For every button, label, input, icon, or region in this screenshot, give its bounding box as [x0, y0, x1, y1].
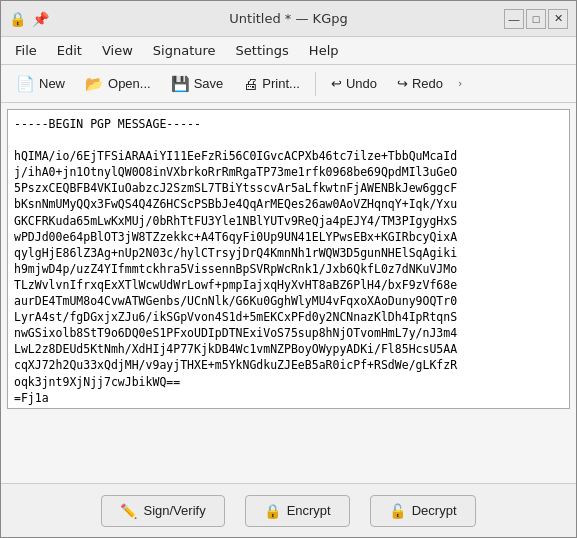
toolbar-separator	[315, 72, 316, 96]
new-icon: 📄	[16, 75, 35, 93]
save-button[interactable]: 💾 Save	[162, 70, 233, 98]
save-icon: 💾	[171, 75, 190, 93]
redo-icon: ↪	[397, 76, 408, 91]
decrypt-icon: 🔓	[389, 503, 406, 519]
print-label: Print...	[262, 76, 300, 91]
menu-file[interactable]: File	[5, 39, 47, 62]
titlebar-left-icons: 🔒 📌	[9, 11, 49, 27]
redo-label: Redo	[412, 76, 443, 91]
toolbar: 📄 New 📂 Open... 💾 Save 🖨 Print... ↩ Undo…	[1, 65, 576, 103]
encrypt-button[interactable]: 🔒 Encrypt	[245, 495, 350, 527]
maximize-button[interactable]: □	[526, 9, 546, 29]
new-button[interactable]: 📄 New	[7, 70, 74, 98]
action-bar: ✏️ Sign/Verify 🔒 Encrypt 🔓 Decrypt	[1, 483, 576, 537]
decrypt-button[interactable]: 🔓 Decrypt	[370, 495, 476, 527]
print-button[interactable]: 🖨 Print...	[234, 70, 309, 97]
pgp-text-editor[interactable]	[7, 109, 570, 409]
content-area	[1, 103, 576, 483]
sign-verify-button[interactable]: ✏️ Sign/Verify	[101, 495, 224, 527]
undo-icon: ↩	[331, 76, 342, 91]
toolbar-more-arrow[interactable]: ›	[454, 73, 466, 94]
pin-icon: 📌	[32, 11, 49, 27]
window-title: Untitled * — KGpg	[229, 11, 347, 26]
main-window: 🔒 📌 Untitled * — KGpg — □ ✕ File Edit Vi…	[0, 0, 577, 538]
open-label: Open...	[108, 76, 151, 91]
open-icon: 📂	[85, 75, 104, 93]
save-label: Save	[194, 76, 224, 91]
print-icon: 🖨	[243, 75, 258, 92]
open-button[interactable]: 📂 Open...	[76, 70, 160, 98]
encrypt-icon: 🔒	[264, 503, 281, 519]
menu-signature[interactable]: Signature	[143, 39, 226, 62]
undo-button[interactable]: ↩ Undo	[322, 71, 386, 96]
menu-help[interactable]: Help	[299, 39, 349, 62]
menubar: File Edit View Signature Settings Help	[1, 37, 576, 65]
encrypt-label: Encrypt	[287, 503, 331, 518]
redo-button[interactable]: ↪ Redo	[388, 71, 452, 96]
undo-label: Undo	[346, 76, 377, 91]
close-button[interactable]: ✕	[548, 9, 568, 29]
titlebar: 🔒 📌 Untitled * — KGpg — □ ✕	[1, 1, 576, 37]
menu-edit[interactable]: Edit	[47, 39, 92, 62]
sign-verify-label: Sign/Verify	[143, 503, 205, 518]
decrypt-label: Decrypt	[412, 503, 457, 518]
minimize-button[interactable]: —	[504, 9, 524, 29]
menu-settings[interactable]: Settings	[226, 39, 299, 62]
menu-view[interactable]: View	[92, 39, 143, 62]
sign-verify-icon: ✏️	[120, 503, 137, 519]
new-label: New	[39, 76, 65, 91]
titlebar-buttons: — □ ✕	[504, 9, 568, 29]
lock-icon: 🔒	[9, 11, 26, 27]
